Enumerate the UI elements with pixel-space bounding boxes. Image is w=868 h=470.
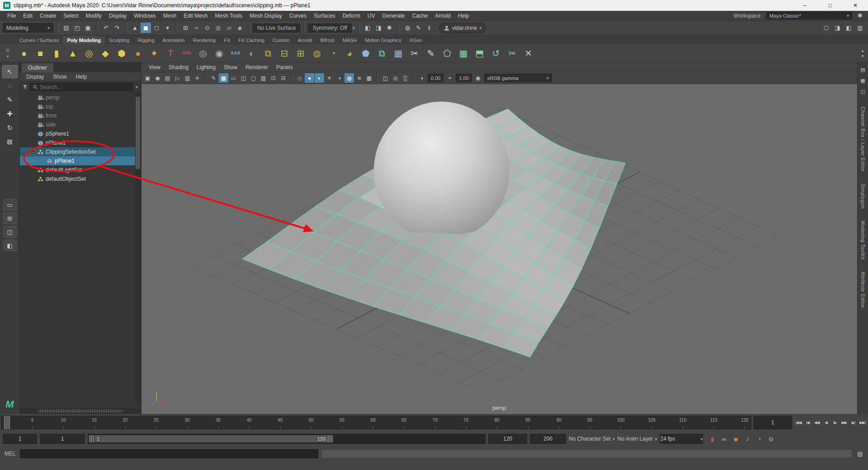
range-start-handle[interactable] [89, 435, 94, 442]
outliner-row-top[interactable]: top [20, 102, 141, 111]
field-chart-button[interactable]: ▧ [259, 73, 268, 83]
ipr-render-button[interactable]: ◨ [373, 23, 384, 33]
camera-attributes-button[interactable]: ▤ [163, 73, 172, 83]
menu-windows[interactable]: Windows [130, 11, 160, 20]
live-surface-field[interactable]: No Live Surface [253, 24, 300, 33]
show-modeling-toolkit-button[interactable]: ⬡ [821, 23, 831, 33]
poly-plane-button[interactable]: ◆ [98, 46, 113, 61]
command-language-toggle[interactable]: MEL [3, 451, 17, 457]
select-camera-button[interactable]: ▣ [143, 73, 152, 83]
time-tick-35[interactable]: 35 [216, 418, 221, 423]
menu-select[interactable]: Select [60, 11, 82, 20]
lock-camera-button[interactable]: ◉ [153, 73, 162, 83]
time-tick-20[interactable]: 20 [123, 418, 127, 423]
animation-end-field[interactable]: 200 [530, 434, 566, 444]
snap-to-view-plane-button[interactable]: ▱ [224, 23, 234, 33]
range-end-handle[interactable] [328, 435, 333, 442]
time-tick-65[interactable]: 65 [401, 418, 406, 423]
go-to-end-button[interactable]: ▶▶| [858, 416, 867, 429]
shadows-toggle-button[interactable]: ◑ [335, 73, 344, 83]
grease-pencil-button[interactable]: ✎ [209, 73, 218, 83]
outliner-menu-display[interactable]: Display [23, 73, 47, 81]
playback-range-bar[interactable]: 1 120 [89, 435, 333, 442]
minimize-button[interactable]: ─ [792, 0, 817, 11]
menu-help[interactable]: Help [454, 11, 473, 20]
time-tick-90[interactable]: 90 [557, 418, 561, 423]
origin-snap-button[interactable]: 0,0,0 [228, 46, 243, 61]
center-target-button[interactable]: ◉ [212, 46, 227, 61]
gate-mask-button[interactable]: ▢ [249, 73, 258, 83]
svg-import-button[interactable]: SVG [179, 46, 194, 61]
viewport-menu-panels[interactable]: Panels [272, 63, 297, 72]
time-tick-15[interactable]: 15 [92, 418, 97, 423]
create-polygon-tool-button[interactable]: ⬠ [439, 46, 455, 61]
time-tick-40[interactable]: 40 [247, 418, 252, 423]
scene-3d[interactable] [142, 84, 857, 414]
time-tick-55[interactable]: 55 [340, 418, 344, 423]
outliner-tab[interactable]: Outliner [22, 63, 53, 72]
subdivide-mesh-button[interactable]: ▦ [391, 46, 406, 61]
viewport-menu-renderer[interactable]: Renderer [241, 63, 272, 72]
search-input[interactable] [40, 84, 130, 90]
color-management-icon[interactable]: ◉ [473, 73, 483, 83]
mute-audio-button[interactable]: ♪ [743, 434, 752, 443]
hypershade-button[interactable]: ◍ [402, 23, 413, 33]
shelf-tab-motion-graphics[interactable]: Motion Graphics [361, 36, 405, 44]
current-frame-field[interactable]: 1 [753, 416, 792, 429]
poly-torus-button[interactable]: ◎ [81, 46, 97, 61]
scrollbar-thumb[interactable] [38, 409, 123, 413]
panel-tab-channel-box-layer-editor[interactable]: Channel Box / Layer Editor [860, 107, 866, 172]
shelf-tab-sculpting[interactable]: Sculpting [105, 36, 133, 44]
shelf-menu-icon[interactable]: ☰ [6, 48, 10, 53]
scale-tool-button[interactable]: ⊠ [2, 135, 18, 148]
boolean-intersection-button[interactable]: ◕ [342, 46, 357, 61]
combine-meshes-button[interactable]: ⧉ [260, 46, 276, 61]
wireframe-mode-button[interactable]: ◇ [295, 73, 304, 83]
menu-edit[interactable]: Edit [19, 11, 36, 20]
time-tick-115[interactable]: 115 [710, 418, 717, 423]
current-frame-marker[interactable] [4, 416, 10, 429]
range-slider-track[interactable]: 1 120 [88, 434, 486, 444]
outliner-menu-show[interactable]: Show [49, 73, 70, 81]
play-backwards-button[interactable]: ◀ [821, 416, 830, 429]
playback-loop-button[interactable]: ∞ [719, 434, 728, 443]
boolean-difference-button[interactable]: ◔ [326, 46, 341, 61]
workspace-gear-icon[interactable]: ✱ [855, 10, 865, 21]
poly-cube-button[interactable]: ■ [33, 46, 48, 61]
resolution-gate-button[interactable]: ◫ [239, 73, 248, 83]
shelf-tab-fx[interactable]: FX [220, 36, 234, 44]
shelf-tab-poly-modeling[interactable]: Poly Modeling [63, 36, 105, 44]
panel-tab-attribute-editor[interactable]: Attribute Editor [860, 272, 866, 308]
selection-mask-button[interactable]: ▾ [162, 23, 173, 33]
frame-bookmark-button[interactable]: ▮ [708, 434, 717, 443]
show-tool-settings-button[interactable]: ◧ [844, 23, 854, 33]
mirror-geometry-button[interactable]: ⧉ [374, 46, 390, 61]
time-tick-95[interactable]: 95 [587, 418, 592, 423]
sweep-mesh-button[interactable]: ◐ [244, 46, 259, 61]
snap-to-point-button[interactable]: ⊙ [202, 23, 212, 33]
shelf-tab-xgen[interactable]: XGen [406, 36, 426, 44]
sidebar-panels-button[interactable]: ▦ [859, 76, 868, 85]
split-pane-layout-button[interactable]: ◧ [3, 240, 17, 251]
uv-planar-projection-button[interactable]: ▦ [456, 46, 471, 61]
search-box[interactable] [30, 83, 133, 91]
image-plane-button[interactable]: ▥ [183, 73, 192, 83]
animation-start-field[interactable]: 1 [3, 434, 37, 444]
paint-effects-button[interactable]: ✎ [413, 23, 424, 33]
two-pane-layout-button[interactable]: ◫ [3, 226, 17, 238]
time-slider-track[interactable]: 5101520253035404550556065707580859095100… [1, 416, 751, 429]
outliner-row-pplane1[interactable]: pPlane1 [20, 138, 141, 147]
pause-viewport-button[interactable]: ‖ [424, 23, 434, 33]
uv-unfold-button[interactable]: ↺ [488, 46, 504, 61]
lasso-tool-button[interactable]: ◌ [2, 79, 18, 92]
menu-mesh-tools[interactable]: Mesh Tools [212, 11, 246, 20]
time-tick-10[interactable]: 10 [61, 418, 66, 423]
ambient-occlusion-button[interactable]: ◍ [344, 73, 354, 83]
set-key-button[interactable]: ⊙ [766, 434, 775, 443]
snap-to-grid-button[interactable]: ⊞ [180, 23, 191, 33]
anti-aliasing-button[interactable]: ▩ [364, 73, 374, 83]
anim-layer-select[interactable]: No Anim Layer ▾ [618, 436, 657, 442]
shelf-menu-column[interactable]: ☰ ▾ [2, 44, 14, 62]
playback-end-field[interactable]: 120 [488, 434, 527, 444]
menu-curves[interactable]: Curves [286, 11, 310, 20]
